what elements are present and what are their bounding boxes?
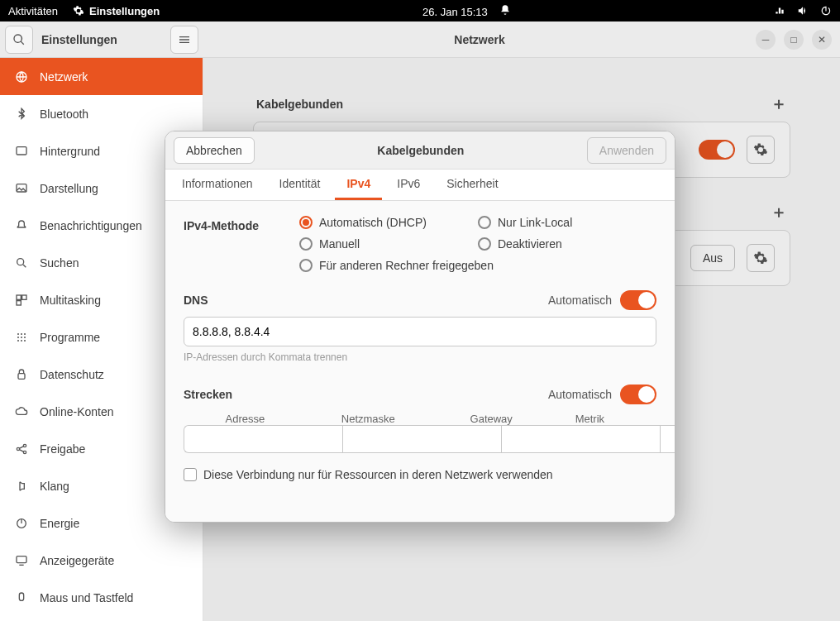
volume-icon[interactable] (797, 5, 809, 17)
network-status-icon[interactable] (774, 5, 785, 17)
app-menu[interactable]: Einstellungen (73, 5, 160, 17)
svg-point-14 (21, 340, 22, 342)
route-netmask-input[interactable] (342, 425, 501, 453)
radio-shared[interactable]: Für anderen Rechner freigegeben (299, 259, 656, 272)
svg-point-12 (24, 337, 26, 338)
apply-button[interactable]: Anwenden (587, 137, 666, 164)
power-icon[interactable] (820, 5, 832, 17)
route-row (184, 425, 656, 453)
radio-label: Automatisch (DHCP) (319, 216, 427, 229)
gear-icon (73, 5, 84, 17)
radio-disable[interactable]: Deaktivieren (478, 237, 656, 251)
svg-rect-6 (17, 300, 21, 304)
window-header: Einstellungen Netzwerk ─ □ ✕ (0, 21, 840, 58)
route-metric-input[interactable] (660, 425, 675, 453)
app-menu-label: Einstellungen (89, 5, 160, 17)
clock[interactable]: 26. Jan 15:13 (160, 4, 774, 18)
dns-auto-label: Automatisch (548, 294, 612, 307)
sidebar-item-label: Programme (40, 331, 100, 344)
route-col-metric: Metrik (553, 413, 627, 425)
sidebar-item-label: Netzwerk (40, 70, 88, 84)
svg-point-3 (17, 258, 24, 265)
sidebar-item-label: Freigabe (40, 442, 85, 456)
sidebar-item-label: Energie (40, 517, 79, 530)
sidebar-item-label: Suchen (40, 256, 79, 270)
window-minimize[interactable]: ─ (756, 30, 776, 50)
svg-point-15 (24, 340, 26, 342)
sidebar-item-label: Online-Konten (40, 405, 114, 418)
sidebar-title: Einstellungen (38, 33, 165, 46)
sidebar-item-label: Benachrichtigungen (40, 219, 142, 232)
route-address-input[interactable] (184, 425, 342, 453)
sidebar-item-label: Multitasking (40, 294, 101, 307)
hamburger-icon (178, 33, 191, 46)
svg-point-8 (21, 333, 22, 335)
sidebar-item-label: Darstellung (40, 182, 98, 195)
search-icon (12, 33, 26, 46)
svg-point-11 (21, 337, 22, 338)
route-col-netmask: Netzmaske (307, 413, 430, 425)
routes-label: Strecken (184, 388, 232, 401)
sidebar-item-label: Klang (40, 480, 69, 493)
svg-point-10 (17, 337, 19, 338)
window-close[interactable]: ✕ (812, 30, 832, 50)
routes-auto-toggle[interactable] (620, 385, 656, 404)
svg-rect-5 (22, 295, 26, 299)
hamburger-button[interactable] (170, 26, 198, 54)
sidebar-item-mouse[interactable]: Maus und Tastfeld (0, 579, 203, 616)
svg-rect-22 (19, 593, 23, 600)
dialog-tabs: Informationen Identität IPv4 IPv6 Sicher… (165, 170, 675, 201)
resource-only-checkbox[interactable]: Diese Verbindung nur für Ressourcen in d… (184, 468, 656, 481)
svg-rect-21 (17, 556, 26, 562)
radio-link-local[interactable]: Nur Link-Local (478, 216, 656, 229)
radio-label: Nur Link-Local (498, 216, 572, 229)
dns-label: DNS (184, 294, 208, 307)
radio-label: Manuell (319, 237, 360, 251)
routes-auto-label: Automatisch (548, 388, 612, 401)
bell-icon (499, 4, 511, 16)
tab-sicherheit[interactable]: Sicherheit (435, 170, 509, 200)
ipv4-method-label: IPv4-Methode (184, 216, 299, 232)
search-button[interactable] (5, 26, 33, 54)
radio-manual[interactable]: Manuell (299, 237, 478, 251)
svg-point-9 (24, 333, 26, 335)
tab-ipv6[interactable]: IPv6 (385, 170, 432, 200)
tab-identitaet[interactable]: Identität (268, 170, 332, 200)
sidebar-item-label: Hintergrund (40, 145, 100, 158)
activities-label[interactable]: Aktivitäten (8, 5, 58, 17)
window-maximize[interactable]: □ (784, 30, 804, 50)
radio-dhcp[interactable]: Automatisch (DHCP) (299, 216, 478, 229)
svg-rect-16 (18, 373, 25, 379)
sidebar-item-label: Anzeigegeräte (40, 554, 114, 567)
svg-point-7 (17, 333, 19, 335)
tab-ipv4[interactable]: IPv4 (335, 170, 382, 200)
clock-label: 26. Jan 15:13 (422, 6, 488, 18)
checkbox-icon (184, 468, 197, 481)
resource-only-label: Diese Verbindung nur für Ressourcen in d… (203, 468, 553, 481)
route-col-address: Adresse (184, 413, 307, 425)
route-col-gateway: Gateway (430, 413, 553, 425)
sidebar-item-bluetooth[interactable]: Bluetooth (0, 95, 203, 132)
radio-label: Für anderen Rechner freigegeben (319, 259, 494, 272)
sidebar-item-label: Maus und Tastfeld (40, 591, 133, 604)
radio-label: Deaktivieren (498, 237, 562, 251)
connection-dialog: Abbrechen Kabelgebunden Anwenden Informa… (165, 131, 675, 523)
sidebar-item-network[interactable]: Netzwerk (0, 58, 203, 95)
svg-point-13 (17, 340, 19, 342)
tab-informationen[interactable]: Informationen (170, 170, 265, 200)
dns-hint: IP-Adressen durch Kommata trennen (184, 351, 656, 363)
sidebar-item-label: Bluetooth (40, 107, 88, 121)
page-title: Netzwerk (203, 33, 756, 46)
cancel-button[interactable]: Abbrechen (174, 137, 255, 164)
sidebar-item-label: Datenschutz (40, 368, 104, 381)
dialog-title: Kabelgebunden (377, 144, 464, 157)
sidebar-item-displays[interactable]: Anzeigegeräte (0, 542, 203, 579)
dns-auto-toggle[interactable] (620, 290, 656, 310)
route-gateway-input[interactable] (501, 425, 660, 453)
svg-rect-1 (17, 146, 26, 154)
gnome-top-bar: Aktivitäten Einstellungen 26. Jan 15:13 (0, 0, 840, 21)
svg-rect-4 (17, 295, 21, 299)
dns-input[interactable] (184, 317, 656, 346)
